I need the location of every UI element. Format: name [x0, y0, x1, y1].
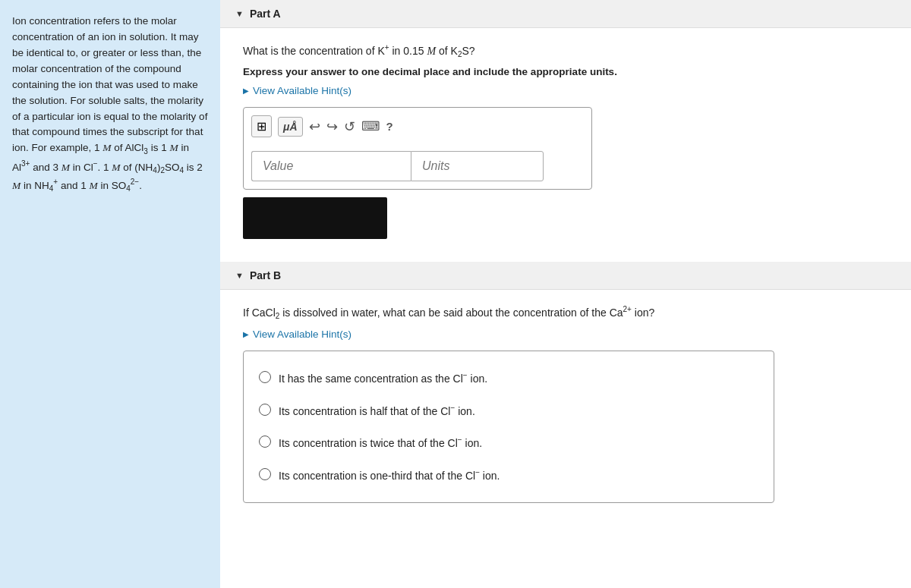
option-1-text: It has the same concentration as the Cl−… [279, 369, 487, 387]
part-b-question: If CaCl2 is dissolved in water, what can… [243, 303, 888, 322]
part-b-content: If CaCl2 is dissolved in water, what can… [220, 290, 911, 517]
part-b-hint-label: View Available Hint(s) [253, 329, 351, 340]
info-panel: Ion concentration refers to the molar co… [0, 0, 220, 588]
option-1[interactable]: It has the same concentration as the Cl−… [259, 362, 758, 395]
grid-button[interactable]: ⊞ [251, 115, 272, 137]
input-row [251, 151, 584, 181]
part-a-header: ▼ Part A [220, 0, 911, 28]
part-b-hint-arrow: ▶ [243, 330, 249, 338]
part-a-question: What is the concentration of K+ in 0.15 … [243, 42, 888, 60]
help-icon[interactable]: ? [386, 120, 393, 133]
part-a-hint-arrow: ▶ [243, 86, 249, 95]
undo-icon[interactable]: ↩ [309, 118, 320, 135]
part-a-hint-label: View Available Hint(s) [253, 85, 351, 96]
units-input[interactable] [411, 151, 544, 181]
part-b-options-box: It has the same concentration as the Cl−… [243, 351, 774, 503]
option-2[interactable]: Its concentration is half that of the Cl… [259, 395, 758, 427]
mu-button[interactable]: μÅ [278, 117, 303, 137]
keyboard-icon[interactable]: ⌨ [361, 118, 380, 134]
option-3[interactable]: Its concentration is twice that of the C… [259, 426, 758, 459]
part-a-answer-box: ⊞ μÅ ↩ ↪ ↺ ⌨ ? [243, 107, 592, 190]
redo-icon[interactable]: ↪ [326, 118, 338, 135]
info-text: Ion concentration refers to the molar co… [12, 14, 208, 195]
part-b-header: ▼ Part B [220, 262, 911, 290]
right-panel: ▼ Part A What is the concentration of K+… [220, 0, 911, 588]
part-a-toolbar: ⊞ μÅ ↩ ↪ ↺ ⌨ ? [251, 115, 584, 143]
value-input[interactable] [251, 151, 411, 181]
part-b-label: Part B [250, 269, 281, 281]
part-b-hint[interactable]: ▶ View Available Hint(s) [243, 329, 888, 340]
part-a-instruction: Express your answer to one decimal place… [243, 66, 888, 77]
radio-3[interactable] [259, 435, 271, 448]
mu-icon: μÅ [283, 121, 298, 133]
option-2-text: Its concentration is half that of the Cl… [279, 402, 475, 420]
part-a-label: Part A [250, 8, 281, 20]
option-4-text: Its concentration is one-third that of t… [279, 467, 500, 484]
part-a-chevron[interactable]: ▼ [235, 9, 244, 18]
part-a-content: What is the concentration of K+ in 0.15 … [220, 28, 911, 254]
grid-icon: ⊞ [257, 119, 266, 134]
radio-2[interactable] [259, 404, 271, 416]
option-3-text: Its concentration is twice that of the C… [279, 434, 482, 451]
redacted-block [243, 197, 387, 239]
radio-4[interactable] [259, 468, 271, 480]
refresh-icon[interactable]: ↺ [344, 118, 355, 135]
radio-1[interactable] [259, 371, 271, 383]
part-a-hint[interactable]: ▶ View Available Hint(s) [243, 85, 888, 96]
option-4[interactable]: Its concentration is one-third that of t… [259, 459, 758, 492]
part-b-chevron[interactable]: ▼ [235, 271, 244, 280]
